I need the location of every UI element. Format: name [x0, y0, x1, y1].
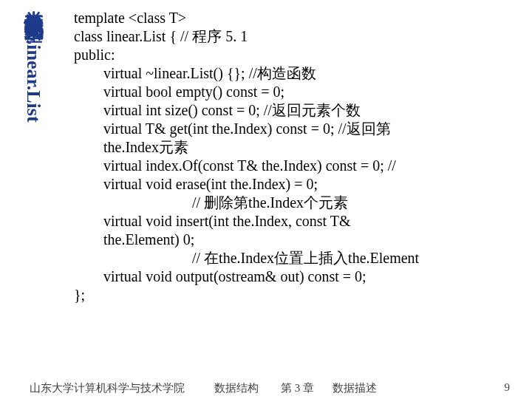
- code-line: virtual T& get(int the.Index) const = 0;…: [74, 120, 510, 138]
- code-line: class linear.List { // 程序 5. 1: [74, 27, 510, 46]
- code-line: virtual int size() const = 0; //返回元素个数: [74, 101, 510, 120]
- footer-chapter: 第 3 章: [281, 381, 314, 395]
- code-block: template <class T> class linear.List { /…: [74, 9, 510, 304]
- code-line: virtual index.Of(const T& the.Index) con…: [74, 157, 510, 175]
- footer-institution: 山东大学计算机科学与技术学院: [30, 381, 185, 395]
- title-en: Linear.List: [23, 32, 44, 123]
- footer-course: 数据结构: [214, 381, 259, 395]
- code-line: virtual void erase(int the.Index) = 0;: [74, 175, 510, 194]
- code-line: virtual void insert(int the.Index, const…: [74, 212, 510, 231]
- code-line: the.Index元素: [74, 138, 510, 157]
- code-line: the.Element) 0;: [74, 231, 510, 249]
- code-line: virtual ~linear.List() {}; //构造函数: [74, 64, 510, 83]
- code-line: template <class T>: [74, 9, 510, 27]
- code-line: virtual void output(ostream& out) const …: [74, 267, 510, 286]
- footer-topic: 数据描述: [332, 381, 377, 395]
- code-line: // 在the.Index位置上插入the.Element: [74, 249, 510, 267]
- footer-page-number: 9: [505, 381, 511, 394]
- vertical-title: 基于公式化的线性表类 Linear.List: [13, 9, 43, 123]
- code-line: // 删除第the.Index个元素: [74, 194, 510, 212]
- code-line: public:: [74, 46, 510, 64]
- code-line: };: [74, 286, 510, 304]
- code-line: virtual bool empty() const = 0;: [74, 83, 510, 101]
